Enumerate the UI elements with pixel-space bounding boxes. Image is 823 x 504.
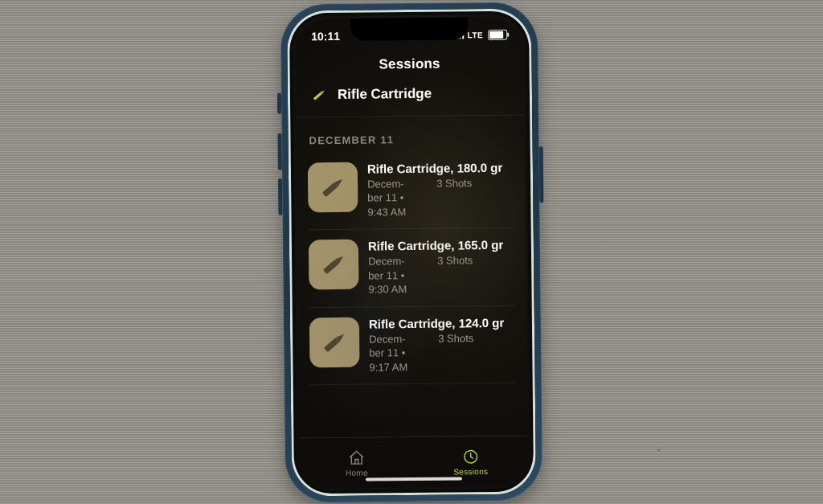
svg-rect-2 [323,260,339,274]
session-thumb [309,240,359,290]
bullet-icon [317,248,350,281]
session-timestamp: Decem- ber 11 • 9:17 AM [369,331,428,374]
session-row[interactable]: Rifle Cartridge, 124.0 gr Decem- ber 11 … [309,305,516,385]
date-header: DECEMBER 11 [309,133,511,147]
session-row[interactable]: Rifle Cartridge, 165.0 gr Decem- ber 11 … [309,228,515,308]
session-title: Rifle Cartridge, 124.0 gr [369,315,515,332]
home-icon [348,449,366,466]
status-time: 10:11 [311,30,340,43]
page-title: Sessions [295,55,523,74]
session-shot-count: 3 Shots [436,176,472,191]
session-title: Rifle Cartridge, 180.0 gr [367,161,514,178]
session-shot-count: 3 Shots [438,331,473,346]
display-notch [350,17,468,41]
session-timestamp: Decem- ber 11 • 9:30 AM [368,254,427,297]
session-thumb [308,162,358,213]
profile-filter-row[interactable]: Rifle Cartridge [296,83,524,118]
phone-bezel: 10:11 LTE Sessions [287,8,536,496]
clock-icon [462,448,480,465]
svg-rect-0 [313,92,322,100]
session-title: Rifle Cartridge, 165.0 gr [368,238,514,255]
tab-sessions-label: Sessions [453,467,488,476]
phone-screen: 10:11 LTE Sessions [295,17,528,489]
svg-rect-3 [324,338,340,352]
tab-home-label: Home [346,468,368,477]
power-button[interactable] [539,146,544,203]
volume-up-button[interactable] [277,133,281,170]
mute-switch[interactable] [277,93,281,114]
cartridge-icon [309,84,330,105]
session-row[interactable]: Rifle Cartridge, 180.0 gr Decem- ber 11 … [308,151,514,231]
session-thumb [309,317,360,367]
profile-label: Rifle Cartridge [338,86,432,103]
svg-rect-1 [322,182,338,197]
volume-down-button[interactable] [278,178,282,215]
sessions-list[interactable]: DECEMBER 11 Rifle Cartridge, 180.0 gr [296,129,527,437]
phone-case: 10:11 LTE Sessions [280,2,543,502]
battery-icon [488,29,507,39]
session-shot-count: 3 Shots [437,253,473,268]
network-label: LTE [467,31,483,39]
bullet-icon [316,170,350,204]
bullet-icon [317,326,351,359]
session-timestamp: Decem- ber 11 • 9:43 AM [367,177,426,219]
